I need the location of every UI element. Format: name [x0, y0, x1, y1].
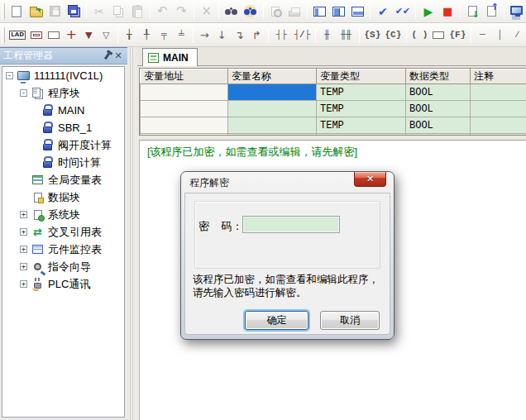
col-header-address[interactable]: 变量地址: [141, 69, 228, 84]
panel-splitter[interactable]: [127, 47, 137, 420]
expand-expander[interactable]: +: [20, 263, 27, 270]
function-block-button[interactable]: [431, 26, 447, 45]
expand-expander[interactable]: +: [20, 228, 27, 236]
insert-cross-button[interactable]: +: [64, 26, 79, 45]
tree-item-time-calc[interactable]: 时间计算: [2, 154, 124, 171]
expand-expander[interactable]: +: [20, 280, 27, 288]
comment-box-button[interactable]: [29, 26, 45, 45]
direction-turn-down-button[interactable]: ↴: [232, 26, 247, 45]
direction-down-button[interactable]: ↓: [214, 26, 230, 45]
tree-item-program-blocks[interactable]: - 程序块: [2, 84, 124, 102]
monitor-mode-button[interactable]: [508, 2, 525, 21]
lad-view-button[interactable]: LAD: [8, 26, 27, 45]
merge-branch-button[interactable]: ╤: [156, 26, 172, 45]
cell-address[interactable]: [141, 84, 228, 101]
delete-line-button[interactable]: ∕: [509, 26, 525, 45]
cell-var-type[interactable]: TEMP: [317, 117, 406, 134]
dialog-close-icon[interactable]: ✕: [354, 172, 386, 187]
col-header-data-type[interactable]: 数据类型: [406, 69, 471, 84]
cell-data-type[interactable]: BOOL: [406, 101, 471, 117]
tree-item-plc-comm[interactable]: + PLC通讯: [2, 275, 124, 293]
tree-item-label: 阀开度计算: [58, 138, 112, 153]
contact-normally-open-button[interactable]: ┤├: [272, 26, 291, 45]
cell-address[interactable]: [141, 101, 228, 117]
download-program-button[interactable]: [464, 2, 481, 21]
cell-address[interactable]: [141, 134, 228, 136]
tree-item-global-var-table[interactable]: 全局变量表: [2, 171, 124, 189]
new-button[interactable]: [8, 2, 26, 21]
dialog-message: 该程序已加密，如需查看和编辑此程序， 请先输入密码进行解密。: [193, 273, 379, 299]
insert-branch-down-button[interactable]: ╁: [122, 26, 137, 45]
dialog-message-line1: 该程序已加密，如需查看和编辑此程序，: [193, 273, 379, 286]
horizontal-line-button[interactable]: ─: [475, 26, 490, 45]
upload-program-button[interactable]: [483, 2, 500, 21]
insert-branch-up-button[interactable]: ╀: [139, 26, 155, 45]
col-header-var-type[interactable]: 变量类型: [317, 69, 406, 84]
find-in-project-button[interactable]: [241, 2, 259, 21]
output-coil-button[interactable]: ( ): [410, 26, 429, 45]
cell-comment[interactable]: [471, 134, 526, 136]
ok-button[interactable]: 确定: [245, 311, 308, 330]
direction-turn-up-button[interactable]: ↱: [249, 26, 265, 45]
layout-output-window-button[interactable]: [349, 2, 366, 21]
collapse-expander[interactable]: -: [6, 72, 13, 79]
cancel-button[interactable]: 取消: [320, 311, 380, 330]
stop-button[interactable]: ■: [439, 2, 457, 21]
contact-positive-transition-button[interactable]: ╫: [319, 26, 335, 45]
open-button[interactable]: [27, 2, 45, 21]
insert-row-below-button[interactable]: ▽: [98, 26, 114, 45]
cell-name[interactable]: [228, 117, 317, 134]
delete-branch-button[interactable]: ╧: [174, 26, 189, 45]
set-coil-button[interactable]: {S}: [363, 26, 382, 45]
tree-item-element-monitor[interactable]: + 元件监控表: [2, 241, 124, 258]
cell-var-type[interactable]: TEMP: [317, 84, 406, 101]
layout-project-window-button[interactable]: [311, 2, 328, 21]
cell-name[interactable]: [228, 101, 317, 117]
tree-item-valve-calc[interactable]: 阀开度计算: [2, 136, 124, 154]
cell-comment[interactable]: [471, 84, 526, 101]
blank-box-button[interactable]: [46, 26, 62, 45]
contact-normally-closed-button[interactable]: ┤/├: [293, 26, 312, 45]
tree-item-main[interactable]: MAIN: [2, 102, 124, 119]
direction-right-button[interactable]: →: [197, 26, 213, 45]
cell-var-type[interactable]: TEMP: [317, 101, 406, 117]
cell-data-type[interactable]: BOOL: [406, 84, 471, 101]
close-icon[interactable]: ✕: [112, 50, 124, 62]
contact-negative-transition-button[interactable]: ╫╫: [337, 26, 356, 45]
cell-comment[interactable]: [471, 101, 526, 117]
cell-address[interactable]: [141, 117, 228, 134]
layout-output-window-icon: [351, 7, 364, 17]
run-button[interactable]: ▶: [419, 2, 437, 21]
tree-item-data-block[interactable]: 数据块: [2, 189, 124, 206]
pin-icon[interactable]: [101, 50, 112, 62]
save-all-button[interactable]: [65, 2, 83, 21]
cell-comment[interactable]: [471, 117, 526, 134]
cell-var-type[interactable]: TEMP: [317, 134, 406, 136]
collapse-expander[interactable]: -: [20, 89, 27, 97]
password-input[interactable]: [242, 216, 340, 233]
col-header-comment[interactable]: 注释: [471, 69, 526, 84]
reset-coil-button[interactable]: {C}: [384, 26, 403, 45]
tree-item-project-root[interactable]: - 111111(IVC1L): [2, 67, 124, 84]
special-coil-button[interactable]: {F}: [448, 26, 467, 45]
vertical-line-button[interactable]: │: [492, 26, 508, 45]
compile-button[interactable]: ✔: [374, 2, 391, 21]
expand-expander[interactable]: +: [20, 246, 27, 253]
tree-item-sbr1[interactable]: SBR_1: [2, 119, 124, 136]
global-variable-table-icon: [31, 174, 45, 186]
layout-info-window-button[interactable]: [330, 2, 347, 21]
cell-data-type[interactable]: BOOL: [406, 134, 471, 136]
tab-main[interactable]: MAIN: [142, 48, 198, 66]
cell-data-type[interactable]: BOOL: [406, 117, 471, 134]
col-header-name[interactable]: 变量名称: [228, 69, 317, 84]
expand-expander[interactable]: +: [20, 211, 27, 218]
cell-name-selected[interactable]: [228, 84, 317, 101]
tree-item-instruction-wizard[interactable]: + 指令向导: [2, 258, 124, 275]
compile-all-button[interactable]: ✔✔: [393, 2, 412, 21]
insert-row-above-button[interactable]: ▼: [81, 26, 97, 45]
tree-item-system-block[interactable]: + 系统块: [2, 206, 124, 223]
tree-item-cross-reference[interactable]: + ⇄ 交叉引用表: [2, 223, 124, 241]
cell-name[interactable]: [228, 134, 317, 136]
tab-label: MAIN: [163, 52, 189, 64]
find-button[interactable]: [222, 2, 240, 21]
